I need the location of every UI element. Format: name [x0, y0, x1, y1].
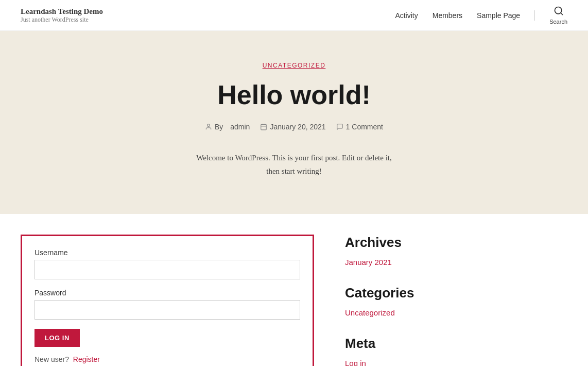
login-button[interactable]: LOG IN	[34, 329, 80, 347]
meta-login[interactable]: Log in	[345, 359, 546, 366]
post-category[interactable]: UNCATEGORIZED	[10, 62, 578, 69]
password-input[interactable]	[34, 300, 300, 320]
main-container: Username Password LOG IN New user? Regis…	[0, 214, 566, 366]
archives-jan-2021[interactable]: January 2021	[345, 258, 546, 267]
main-nav: Activity Members Sample Page Search	[395, 6, 567, 25]
nav-sample-page[interactable]: Sample Page	[477, 11, 520, 20]
hero-section: UNCATEGORIZED Hello world! By admin Janu…	[0, 31, 588, 214]
nav-members[interactable]: Members	[433, 11, 462, 20]
post-comments-meta: 1 Comment	[336, 123, 383, 131]
new-user-text: New user?	[34, 355, 69, 363]
post-author-meta: By admin	[205, 123, 250, 131]
author-name: admin	[230, 123, 250, 131]
archives-heading: Archives	[345, 235, 546, 251]
svg-point-2	[207, 124, 210, 127]
password-label: Password	[34, 289, 300, 297]
post-meta: By admin January 20, 2021 1 Comment	[10, 123, 578, 131]
username-label: Username	[34, 248, 300, 257]
category-uncategorized[interactable]: Uncategorized	[345, 308, 546, 317]
site-tagline: Just another WordPress site	[21, 16, 103, 24]
left-column: Username Password LOG IN New user? Regis…	[21, 235, 314, 366]
post-date: January 20, 2021	[270, 123, 325, 131]
post-date-meta: January 20, 2021	[260, 123, 325, 131]
comment-icon	[336, 123, 343, 130]
meta-heading: Meta	[345, 336, 546, 352]
categories-section: Categories Uncategorized	[345, 285, 546, 317]
svg-line-1	[560, 13, 562, 15]
author-prefix: By	[215, 123, 223, 131]
post-title: Hello world!	[10, 79, 578, 110]
site-title[interactable]: Learndash Testing Demo	[21, 7, 103, 16]
nav-activity[interactable]: Activity	[395, 11, 418, 20]
right-sidebar: Archives January 2021 Categories Uncateg…	[345, 235, 546, 366]
meta-section: Meta Log in Entries feed Comments feed	[345, 336, 546, 366]
calendar-icon	[260, 123, 267, 130]
post-comments: 1 Comment	[346, 123, 383, 131]
archives-section: Archives January 2021	[345, 235, 546, 267]
register-link[interactable]: Register	[73, 355, 100, 363]
username-input[interactable]	[34, 260, 300, 279]
search-toggle-button[interactable]: Search	[549, 6, 567, 25]
new-user-line: New user? Register	[34, 355, 300, 363]
svg-rect-3	[261, 124, 267, 130]
search-icon	[554, 6, 564, 18]
categories-heading: Categories	[345, 285, 546, 301]
author-icon	[205, 123, 212, 130]
site-branding: Learndash Testing Demo Just another Word…	[21, 7, 103, 24]
login-widget: Username Password LOG IN New user? Regis…	[21, 235, 314, 366]
post-excerpt: Welcome to WordPress. This is your first…	[191, 152, 397, 178]
search-icon-label: Search	[549, 19, 567, 25]
nav-divider	[534, 10, 535, 21]
